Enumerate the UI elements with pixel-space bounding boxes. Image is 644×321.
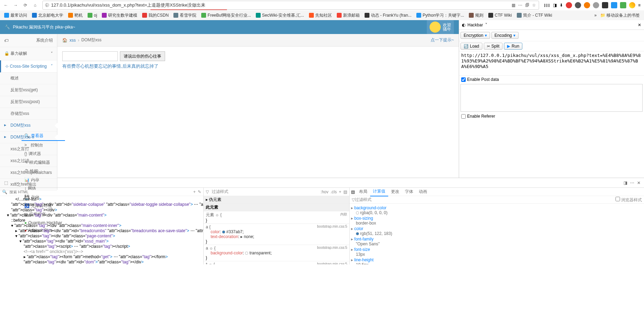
styles-filter-label[interactable]: 过滤样式: [212, 189, 228, 195]
bookmark-item[interactable]: 靶机: [66, 12, 85, 19]
sidebar-icon[interactable]: ◨: [553, 3, 557, 8]
chevron-down-icon[interactable]: ˅: [485, 23, 487, 27]
bookmarks-overflow[interactable]: » 📁 移动设备上的书签: [592, 12, 642, 19]
star-icon[interactable]: ☆: [532, 3, 536, 8]
reload-button[interactable]: ⟳: [21, 1, 30, 10]
hint-link[interactable]: 点一下提示~: [431, 37, 454, 43]
home-button[interactable]: ⌂: [31, 1, 40, 10]
result-link[interactable]: 有些费尽心机想要忘记的事情,后来真的就忘掉了: [62, 63, 158, 69]
browser-styles-checkbox[interactable]: 浏览器样式: [616, 197, 642, 203]
bookmark-item[interactable]: 最常访问: [2, 12, 29, 19]
close-icon[interactable]: ✕: [637, 180, 641, 185]
sidebar-sub-item[interactable]: 概述: [0, 73, 57, 84]
computed-tab[interactable]: 更改: [388, 188, 402, 196]
bookmark-item[interactable]: CTF Wiki: [486, 12, 514, 18]
enable-post-checkbox[interactable]: Enable Post data: [459, 76, 644, 83]
bookmark-item[interactable]: 先知社区: [307, 12, 334, 19]
sidebar-item-sys[interactable]: 🏷 系统介绍: [0, 34, 57, 47]
sidebar-sub-item[interactable]: DOM型xss-x: [0, 132, 57, 143]
bookmark-item[interactable]: Python学习：关键字...: [414, 12, 466, 19]
post-checkbox[interactable]: [461, 77, 466, 82]
cls-toggle[interactable]: .cls: [331, 189, 337, 194]
dock-icon[interactable]: ◨: [623, 180, 627, 185]
sidebar-sub-item[interactable]: 存储型xss: [0, 108, 57, 120]
filter-icon: ▽: [352, 197, 355, 202]
split-button[interactable]: ✂ Split: [484, 43, 503, 50]
bookmark-item[interactable]: SecWiki-安全维基,汇...: [254, 12, 306, 19]
devtools-tabs: ⬚ ▭ 🔍 查看器>_ 控制台{} 调试器✎ 样式编辑器⏱ 性能📊 内存↕ 网络…: [0, 178, 644, 188]
enable-referer-checkbox[interactable]: Enable Referer: [459, 112, 644, 120]
back-button[interactable]: ←: [1, 1, 10, 10]
encryption-dropdown[interactable]: Encryption▾: [460, 32, 490, 39]
add-rule-icon[interactable]: +: [339, 189, 341, 194]
sidebar-sub-item[interactable]: xss之盲打: [0, 143, 57, 155]
styles-body[interactable]: ▸ 伪元素 此元素 元素 ☼ {内联}a {bootstrap.min.css:…: [204, 196, 349, 264]
bookmark-item[interactable]: 新浪邮箱: [335, 12, 362, 19]
encoding-dropdown[interactable]: Encoding▾: [491, 32, 519, 39]
content-area: 🏠 xss › DOM型xss 点一下提示~ 请说出你的伤心往事 有些费尽心机想…: [57, 34, 459, 191]
computed-tab[interactable]: 动画: [416, 188, 430, 196]
bookmark-item[interactable]: FreeBuf网络安全行业...: [199, 12, 253, 19]
submit-button[interactable]: 请说出你的伤心往事: [120, 51, 165, 61]
sidebar-sub-item[interactable]: 反射型xss(post): [0, 96, 57, 108]
computed-tab[interactable]: 布局: [356, 188, 370, 196]
hov-toggle[interactable]: :hov: [320, 189, 328, 194]
sidebar-sub-item[interactable]: 反射型xss(get): [0, 84, 57, 96]
ext-icon-3[interactable]: [593, 2, 599, 8]
ext-icon-4[interactable]: [602, 2, 608, 8]
bookmark-item[interactable]: 看雪学院: [171, 12, 198, 19]
bookmark-item[interactable]: oj: [85, 12, 99, 18]
add-icon[interactable]: +: [193, 189, 196, 194]
dom-tree[interactable]: </…nav-list-->"attr">class="tag"><div "a…: [0, 196, 203, 264]
profile-icon[interactable]: [629, 2, 635, 8]
breadcrumb-xss[interactable]: xss: [70, 38, 76, 43]
url-bar[interactable]: 🛈 127.0.0.1/pikachu/vul/xss/xss_dom_x.ph…: [42, 1, 539, 10]
ext-icon-5[interactable]: [611, 2, 617, 8]
run-button[interactable]: ▶ Run: [504, 43, 522, 50]
sidebar-sub-item[interactable]: xss之htmlspecialchars: [0, 167, 57, 179]
site-info-icon[interactable]: 🛈: [43, 3, 51, 8]
sidebar-item-xss[interactable]: ⊹ Cross-Site Scripting˅: [0, 60, 57, 73]
bookmark-item[interactable]: 我的CSDN: [140, 12, 171, 19]
wrench-icon: 🔧: [5, 25, 10, 29]
home-icon[interactable]: 🏠: [62, 38, 67, 43]
hackbar-url-field[interactable]: http://127.0.0.1/pikachu/vul/xss/xss_dom…: [459, 51, 644, 76]
forward-button[interactable]: →: [11, 1, 20, 10]
library-icon[interactable]: ⫿⫿⫿: [544, 3, 550, 8]
bookmark-item[interactable]: 研究生数学建模: [100, 12, 139, 19]
computed-body[interactable]: ▸ background-color rgba(0, 0, 0, 0)▸ box…: [350, 204, 644, 264]
ext-icon-2[interactable]: [584, 2, 590, 8]
sidebar-sub-item[interactable]: xss之href输出: [0, 179, 57, 191]
sidebar-item-brute[interactable]: 🔒 暴力破解˅: [0, 47, 57, 60]
translate-icon[interactable]: 🗐: [525, 3, 529, 8]
bookmark-item[interactable]: 动态 - FrankYu (fran...: [362, 12, 414, 19]
abp-icon[interactable]: [566, 2, 572, 8]
pseudo-section[interactable]: ▸ 伪元素: [204, 196, 349, 204]
ext-icon-1[interactable]: [575, 2, 581, 8]
sidebar-sub-item[interactable]: xss之过滤: [0, 155, 57, 167]
sidebar-sub-item[interactable]: DOM型xss: [0, 120, 57, 132]
panel-icon[interactable]: ▤: [350, 188, 356, 196]
referer-checkbox[interactable]: [461, 114, 466, 119]
devtools: ⬚ ▭ 🔍 查看器>_ 控制台{} 调试器✎ 样式编辑器⏱ 性能📊 内存↕ 网络…: [0, 178, 644, 264]
welcome-badge[interactable]: 欢迎骚年: [427, 20, 454, 34]
computed-tab[interactable]: 字体: [402, 188, 416, 196]
ext-icon-6[interactable]: [620, 2, 626, 8]
app-body: 🏷 系统介绍 🔒 暴力破解˅ ⊹ Cross-Site Scripting˅ 概…: [0, 34, 459, 191]
downloads-icon[interactable]: ⬇: [560, 3, 563, 8]
bookmark-item[interactable]: 简介 - CTF Wiki: [515, 12, 554, 19]
more-icon[interactable]: ⋯: [518, 3, 522, 8]
close-icon[interactable]: ✕: [638, 23, 641, 27]
menu-icon[interactable]: ≡: [638, 3, 641, 8]
post-data-field[interactable]: [460, 84, 643, 112]
more-icon[interactable]: ⋯: [630, 180, 634, 185]
xss-input[interactable]: [62, 51, 118, 61]
eyedropper-icon[interactable]: ✎: [198, 189, 201, 194]
bookmark-item[interactable]: 规则: [467, 12, 486, 19]
computed-tab[interactable]: 计算值: [370, 188, 388, 196]
qr-icon[interactable]: ▦: [512, 3, 515, 8]
panel-icon[interactable]: ▤: [343, 189, 347, 194]
computed-filter-label[interactable]: 过滤样式: [355, 197, 372, 203]
bookmark-item[interactable]: 北京邮电大学: [30, 12, 65, 19]
load-button[interactable]: 🔃 Load: [460, 43, 482, 50]
